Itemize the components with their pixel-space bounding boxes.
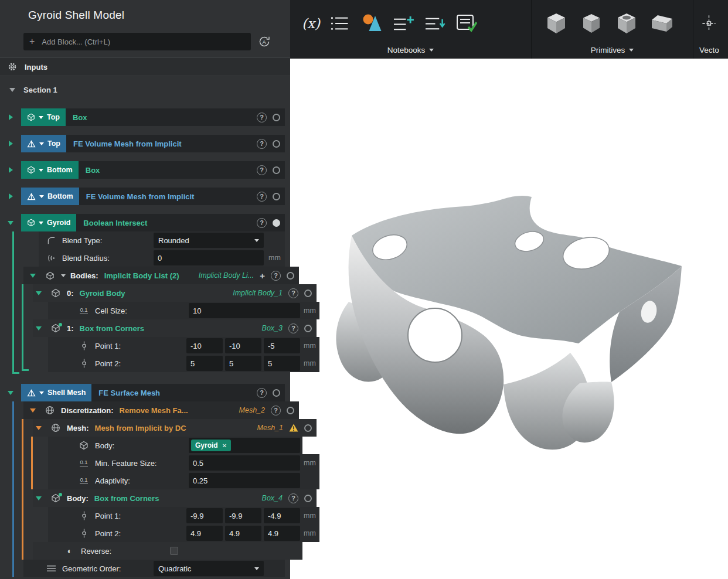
geometric-order-dropdown[interactable]: Quadratic <box>154 561 264 576</box>
remove-chip-icon[interactable]: ✕ <box>222 442 227 449</box>
block-badge[interactable]: Shell Mesh <box>21 384 91 401</box>
help-icon[interactable]: ? <box>257 165 267 175</box>
collapse-arrow-icon[interactable] <box>34 326 43 331</box>
point1-x-input[interactable] <box>186 508 223 523</box>
chevron-down-icon[interactable] <box>9 88 15 92</box>
vector-axis-icon[interactable] <box>700 13 717 33</box>
blend-radius-input[interactable] <box>154 250 264 265</box>
param-row-body-box[interactable]: Body: Box from Corners Box_4 ? <box>33 489 317 507</box>
list-import-icon[interactable] <box>424 15 446 33</box>
help-icon[interactable]: ? <box>271 271 281 281</box>
list-add-icon[interactable] <box>393 15 414 33</box>
expand-arrow-icon[interactable] <box>0 141 21 147</box>
help-icon[interactable]: ? <box>257 113 267 122</box>
param-value[interactable]: Implicit Body List (2) <box>104 271 179 280</box>
collapse-arrow-icon[interactable] <box>0 391 21 395</box>
notebook-icon[interactable] <box>359 13 383 34</box>
block-row-bottom-mesh[interactable]: Bottom FE Volume Mesh from Implicit ? <box>0 188 285 205</box>
item-type[interactable]: Box from Corners <box>80 324 145 333</box>
cell-size-input[interactable] <box>189 303 300 318</box>
param-row-bodies[interactable]: Bodies: Implicit Body List (2) Implicit … <box>23 267 299 284</box>
block-row-shell-mesh[interactable]: Shell Mesh FE Surface Mesh ? <box>0 384 285 401</box>
bored-box-primitive-icon[interactable] <box>616 12 637 35</box>
help-icon[interactable]: ? <box>288 493 298 503</box>
collapse-arrow-icon[interactable] <box>34 426 43 430</box>
list-icon[interactable] <box>330 15 349 32</box>
adaptivity-input[interactable] <box>189 473 300 488</box>
expand-arrow-icon[interactable] <box>0 167 21 173</box>
param-value[interactable]: Box from Corners <box>94 494 159 503</box>
visibility-toggle-icon[interactable] <box>273 114 280 121</box>
param-row-mesh[interactable]: Mesh: Mesh from Implicit by DC Mesh_1 <box>33 419 317 437</box>
rounded-box-primitive-icon[interactable] <box>581 12 602 35</box>
visibility-toggle-icon[interactable] <box>304 424 312 432</box>
body-chip[interactable]: Gyroid ✕ <box>191 440 231 451</box>
block-row-bottom-box[interactable]: Bottom Box ? <box>0 161 285 179</box>
warning-icon[interactable] <box>289 424 298 432</box>
min-feature-input[interactable] <box>189 455 300 471</box>
point1-y-input[interactable] <box>225 508 261 523</box>
add-block-field[interactable]: + <box>23 33 251 50</box>
function-icon[interactable]: (x) <box>302 16 320 31</box>
visibility-toggle-icon[interactable] <box>304 495 312 502</box>
expand-arrow-icon[interactable] <box>0 114 21 120</box>
collapse-arrow-icon[interactable] <box>34 291 43 295</box>
point2-y-input[interactable] <box>225 356 261 371</box>
inputs-section-header[interactable]: Inputs <box>0 57 290 76</box>
add-item-icon[interactable]: + <box>260 271 265 280</box>
section-header[interactable]: Section 1 <box>0 81 290 98</box>
visibility-toggle-icon[interactable] <box>273 166 280 174</box>
block-badge[interactable]: Bottom <box>21 188 79 205</box>
help-icon[interactable]: ? <box>257 139 267 149</box>
block-row-top-box[interactable]: Top Box ? <box>0 108 285 126</box>
collapse-arrow-icon[interactable] <box>0 221 21 225</box>
point2-z-input[interactable] <box>264 356 300 371</box>
visibility-toggle-icon[interactable] <box>287 407 294 414</box>
list-item-row-0[interactable]: 0: Gyroid Body Implicit Body_1 ? <box>33 284 317 302</box>
visibility-toggle-icon[interactable] <box>304 325 312 332</box>
collapse-arrow-icon[interactable] <box>34 496 43 500</box>
block-row-top-mesh[interactable]: Top FE Volume Mesh from Implicit ? <box>0 135 285 152</box>
visibility-toggle-icon[interactable] <box>273 389 280 397</box>
param-row-discretization[interactable]: Discretization: Remove Mesh Fa... Mesh_2… <box>23 401 299 419</box>
block-row-gyroid[interactable]: Gyroid Boolean Intersect ? <box>0 214 285 231</box>
param-value[interactable]: Mesh from Implicit by DC <box>95 424 186 432</box>
auto-run-icon[interactable]: A <box>258 36 271 47</box>
point1-z-input[interactable] <box>264 338 300 353</box>
help-icon[interactable]: ? <box>271 406 281 415</box>
point1-x-input[interactable] <box>186 338 223 353</box>
add-block-input[interactable] <box>40 37 245 47</box>
help-icon[interactable]: ? <box>288 323 298 333</box>
vector-menu[interactable]: Vecto <box>693 46 728 55</box>
blend-type-dropdown[interactable]: Rounded <box>154 233 264 248</box>
block-badge[interactable]: Top <box>21 135 66 152</box>
help-icon[interactable]: ? <box>257 218 267 228</box>
primitives-menu[interactable]: Primitives <box>532 46 693 55</box>
point2-y-input[interactable] <box>225 526 261 541</box>
point1-z-input[interactable] <box>264 508 300 523</box>
point2-z-input[interactable] <box>264 526 300 541</box>
point1-y-input[interactable] <box>225 338 261 353</box>
collapse-arrow-icon[interactable] <box>28 408 38 413</box>
help-icon[interactable]: ? <box>257 192 267 202</box>
point2-x-input[interactable] <box>186 526 223 541</box>
wedge-primitive-icon[interactable] <box>651 13 673 34</box>
box-primitive-icon[interactable] <box>546 12 567 35</box>
visibility-toggle-icon[interactable] <box>287 272 294 280</box>
visibility-toggle-icon[interactable] <box>273 219 280 227</box>
visibility-toggle-icon[interactable] <box>273 193 280 200</box>
block-badge[interactable]: Top <box>21 108 66 126</box>
point2-x-input[interactable] <box>186 356 223 371</box>
viewport-canvas[interactable] <box>290 59 728 579</box>
body-chip-field[interactable]: Gyroid ✕ <box>189 438 300 453</box>
expand-arrow-icon[interactable] <box>0 193 21 199</box>
checklist-icon[interactable] <box>456 14 477 33</box>
list-item-row-1[interactable]: 1: Box from Corners Box_3 ? <box>33 319 317 337</box>
notebooks-menu[interactable]: Notebooks <box>290 46 531 55</box>
block-badge[interactable]: Bottom <box>21 161 79 179</box>
item-type[interactable]: Gyroid Body <box>80 289 125 298</box>
visibility-toggle-icon[interactable] <box>273 140 280 148</box>
block-badge[interactable]: Gyroid <box>21 214 76 231</box>
collapse-arrow-icon[interactable] <box>28 274 38 278</box>
help-icon[interactable]: ? <box>257 388 267 398</box>
